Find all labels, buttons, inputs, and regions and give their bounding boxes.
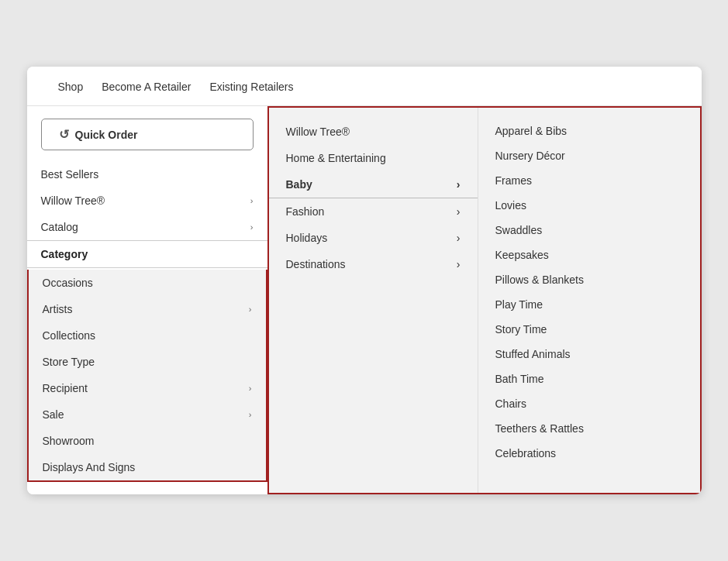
- chevron-right-icon: ›: [457, 205, 461, 218]
- category-row: → Category: [27, 240, 267, 270]
- sidebar-item-sale[interactable]: Sale ›: [29, 401, 266, 428]
- quick-order-label: Quick Order: [75, 129, 138, 141]
- sidebar-label: Best Sellers: [41, 168, 99, 181]
- chevron-right-icon: ›: [457, 232, 461, 244]
- chevron-right-icon: ›: [249, 384, 252, 393]
- main-window: Shop Become A Retailer Existing Retailer…: [27, 67, 702, 494]
- right-item-play-time[interactable]: Play Time: [478, 292, 700, 317]
- right-item-pillows[interactable]: Pillows & Blankets: [478, 267, 700, 292]
- sidebar-label: Showroom: [43, 435, 95, 447]
- right-item-nursery-decor[interactable]: Nursery Décor: [478, 143, 700, 168]
- right-col: Apparel & Bibs Nursery Décor Frames Lovi…: [478, 108, 700, 493]
- chevron-right-icon: ›: [250, 196, 254, 205]
- sidebar-item-occasions[interactable]: Occasions: [29, 270, 266, 296]
- mid-item-label: Home & Entertaining: [286, 152, 386, 164]
- mid-item-willow-tree[interactable]: Willow Tree®: [269, 119, 478, 145]
- sidebar-item-willow-tree[interactable]: Willow Tree® ›: [27, 188, 267, 214]
- right-item-keepsakes[interactable]: Keepsakes: [478, 243, 700, 267]
- quick-order-button[interactable]: ↺ Quick Order: [41, 119, 254, 150]
- sidebar-item-showroom[interactable]: Showroom: [29, 428, 266, 454]
- right-item-apparel[interactable]: Apparel & Bibs: [478, 119, 700, 143]
- right-item-teethers[interactable]: Teethers & Rattles: [478, 416, 700, 441]
- sidebar-label: Occasions: [43, 277, 93, 289]
- mid-item-holidays[interactable]: Holidays ›: [269, 225, 478, 251]
- dropdown-panel: Willow Tree® Home & Entertaining Baby › …: [267, 106, 702, 494]
- chevron-right-icon: ›: [250, 222, 254, 232]
- sidebar-item-catalog[interactable]: Catalog ›: [27, 214, 267, 240]
- sidebar-item-displays[interactable]: Displays And Signs: [29, 454, 266, 480]
- right-item-chairs[interactable]: Chairs: [478, 391, 700, 416]
- sidebar-label: Displays And Signs: [43, 461, 136, 473]
- sidebar-item-recipient[interactable]: Recipient ›: [29, 375, 266, 401]
- nav-shop[interactable]: Shop: [58, 81, 84, 93]
- sidebar-label: Artists: [43, 303, 73, 315]
- chevron-right-icon: ›: [457, 258, 461, 270]
- sidebar-item-best-sellers[interactable]: Best Sellers: [27, 161, 267, 188]
- right-item-stuffed-animals[interactable]: Stuffed Animals: [478, 342, 700, 367]
- right-item-swaddles[interactable]: Swaddles: [478, 218, 700, 243]
- sidebar-item-store-type[interactable]: Store Type: [29, 349, 266, 375]
- sidebar-item-collections[interactable]: Collections: [29, 322, 266, 349]
- chevron-right-icon: ›: [457, 178, 461, 191]
- sidebar-label: Store Type: [43, 356, 95, 368]
- nav-existing-retailers[interactable]: Existing Retailers: [209, 81, 293, 93]
- mid-item-label: Destinations: [286, 258, 346, 270]
- chevron-right-icon: ›: [249, 305, 252, 314]
- sidebar-label: Willow Tree®: [41, 194, 105, 207]
- sidebar-label: Recipient: [43, 382, 88, 394]
- sidebar: ↺ Quick Order Best Sellers Willow Tree® …: [27, 106, 267, 494]
- mid-item-fashion[interactable]: Fashion ›: [269, 198, 478, 225]
- mid-col: Willow Tree® Home & Entertaining Baby › …: [269, 108, 478, 493]
- sidebar-label: Collections: [43, 329, 95, 342]
- mid-item-home[interactable]: Home & Entertaining: [269, 145, 478, 171]
- sidebar-label: Catalog: [41, 221, 78, 233]
- right-item-frames[interactable]: Frames: [478, 168, 700, 193]
- main-content: ↺ Quick Order Best Sellers Willow Tree® …: [27, 106, 702, 494]
- chevron-right-icon: ›: [249, 410, 252, 419]
- sidebar-label: Sale: [43, 408, 64, 421]
- quick-order-icon: ↺: [59, 127, 69, 142]
- mid-item-label: Holidays: [286, 232, 328, 244]
- mid-item-label: Willow Tree®: [286, 126, 350, 138]
- sidebar-item-artists[interactable]: Artists ›: [29, 296, 266, 322]
- sidebar-dropdown: Occasions Artists › Collections Store Ty…: [27, 270, 267, 482]
- right-item-story-time[interactable]: Story Time: [478, 317, 700, 342]
- mid-item-destinations[interactable]: Destinations ›: [269, 251, 478, 277]
- right-item-celebrations[interactable]: Celebrations: [478, 441, 700, 466]
- mid-item-baby[interactable]: Baby ›: [269, 171, 478, 198]
- mid-item-label: Fashion: [286, 205, 325, 218]
- nav-become-retailer[interactable]: Become A Retailer: [102, 81, 191, 93]
- right-item-bath-time[interactable]: Bath Time: [478, 367, 700, 391]
- right-item-lovies[interactable]: Lovies: [478, 193, 700, 218]
- top-nav: Shop Become A Retailer Existing Retailer…: [27, 67, 702, 106]
- mid-item-label: Baby: [286, 178, 312, 191]
- category-label[interactable]: Category: [27, 240, 267, 268]
